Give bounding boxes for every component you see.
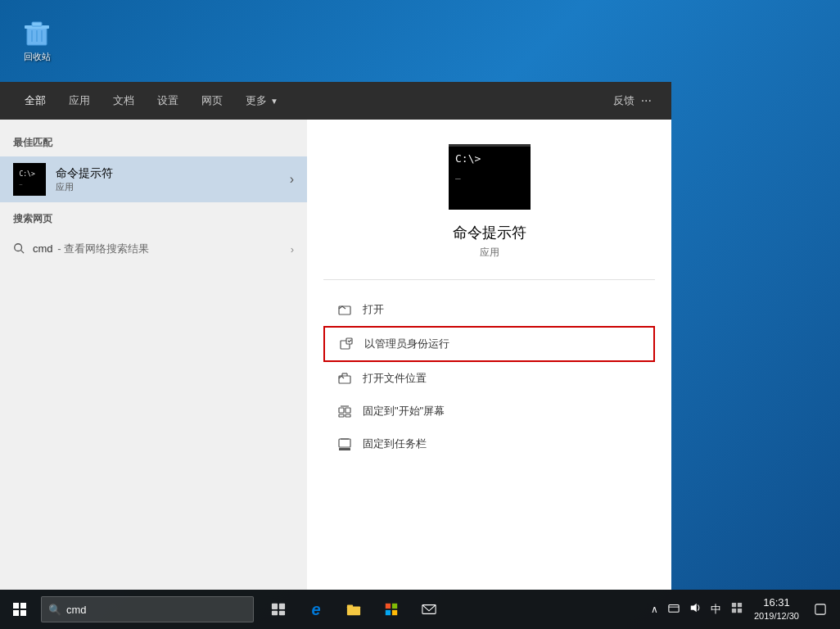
best-match-title: 最佳匹配: [0, 133, 307, 156]
filter-tab-docs[interactable]: 文档: [102, 82, 146, 120]
app-preview-name: 命令提示符: [453, 223, 526, 242]
action-pin-start[interactable]: 固定到"开始"屏幕: [323, 395, 655, 428]
best-match-name: 命令提示符: [56, 166, 290, 181]
svg-rect-44: [392, 604, 397, 609]
edge-tb-icon: e: [311, 600, 320, 619]
pin-taskbar-icon: [336, 436, 353, 452]
svg-rect-45: [386, 610, 391, 615]
tray-volume-icon[interactable]: [686, 600, 704, 618]
svg-rect-55: [815, 604, 825, 614]
svg-marker-50: [691, 604, 697, 613]
search-left-panel: 最佳匹配 C:\> _ 命令提示符 应用 ›: [0, 120, 307, 590]
svg-text:_: _: [19, 179, 22, 185]
tray-date: 2019/12/30: [754, 610, 799, 622]
taskbar-mail-button[interactable]: [411, 591, 447, 627]
taskbar-center-icons: e: [260, 591, 447, 627]
tray-notification-icon[interactable]: [807, 596, 833, 622]
recycle-bin-label: 回收站: [24, 52, 51, 62]
app-preview-icon: C:\> _: [449, 144, 531, 210]
recycle-bin-icon: [20, 16, 53, 48]
best-match-type: 应用: [56, 181, 290, 193]
preview-divider: [323, 279, 655, 280]
more-options-button[interactable]: ···: [635, 93, 658, 108]
search-filter-bar: 全部 应用 文档 设置 网页 更多 ▼ 反馈 ···: [0, 82, 671, 120]
svg-rect-52: [738, 603, 742, 607]
pin-start-icon: [336, 403, 353, 419]
svg-rect-30: [345, 408, 350, 413]
svg-rect-29: [339, 408, 344, 413]
svg-rect-39: [272, 611, 278, 615]
svg-rect-51: [732, 603, 736, 607]
best-match-info: 命令提示符 应用: [56, 166, 290, 193]
tray-ime-icon[interactable]: 中: [707, 600, 725, 618]
web-search-icon: [13, 242, 25, 256]
svg-rect-35: [339, 448, 350, 450]
search-content: 最佳匹配 C:\> _ 命令提示符 应用 ›: [0, 120, 671, 590]
desktop-icon-recycle-bin[interactable]: 回收站: [8, 12, 65, 66]
svg-text:C:\>: C:\>: [19, 170, 35, 178]
filter-tab-all[interactable]: 全部: [13, 82, 57, 120]
desktop: 回收站 e Microsoft Edge 此电 脑 S 秒关闭: [0, 0, 840, 629]
web-search-item[interactable]: cmd - 查看网络搜索结果 ›: [0, 233, 307, 265]
svg-point-17: [15, 243, 22, 251]
tray-network-icon[interactable]: [665, 600, 683, 618]
admin-icon: [338, 336, 355, 352]
web-search-title: 搜索网页: [0, 202, 307, 233]
svg-rect-46: [392, 610, 397, 615]
svg-rect-48: [669, 605, 679, 613]
svg-rect-32: [345, 414, 350, 417]
taskbar-search-icon: 🔍: [48, 604, 61, 616]
svg-rect-2: [32, 22, 42, 26]
action-run-as-admin[interactable]: 以管理员身份运行: [323, 326, 655, 362]
start-menu: 全部 应用 文档 设置 网页 更多 ▼ 反馈 ··· 最佳匹配: [0, 82, 671, 590]
tray-clock[interactable]: 16:31 2019/12/30: [749, 594, 804, 625]
filter-tab-web[interactable]: 网页: [190, 82, 234, 120]
taskbar: 🔍 cmd e: [0, 590, 840, 629]
web-search-text: cmd - 查看网络搜索结果: [33, 242, 149, 256]
start-button[interactable]: [0, 590, 39, 629]
svg-rect-38: [279, 604, 285, 609]
action-list: 打开 以管理员身份运行: [323, 293, 655, 460]
filter-tab-settings[interactable]: 设置: [146, 82, 190, 120]
tray-desktop-grid-icon[interactable]: [728, 600, 746, 618]
taskbar-search-text: cmd: [66, 604, 87, 616]
task-view-button[interactable]: [260, 591, 296, 627]
taskbar-store-button[interactable]: [373, 591, 409, 627]
best-match-item[interactable]: C:\> _ 命令提示符 应用 ›: [0, 156, 307, 202]
action-pin-taskbar[interactable]: 固定到任务栏: [323, 428, 655, 460]
svg-line-18: [21, 250, 25, 253]
taskbar-explorer-button[interactable]: [336, 591, 372, 627]
svg-rect-31: [339, 414, 344, 417]
best-match-arrow-icon: ›: [290, 172, 294, 187]
action-open[interactable]: 打开: [323, 293, 655, 326]
tray-show-hidden-icons[interactable]: ∧: [648, 602, 662, 617]
svg-rect-42: [347, 605, 353, 609]
web-search-arrow-icon: ›: [291, 243, 294, 256]
location-icon: [336, 370, 353, 387]
search-right-panel: C:\> _ 命令提示符 应用: [307, 120, 671, 590]
svg-rect-40: [279, 611, 285, 615]
taskbar-search-bar[interactable]: 🔍 cmd: [41, 596, 254, 622]
svg-rect-37: [272, 604, 278, 609]
system-tray: ∧ 中: [648, 594, 840, 625]
svg-rect-24: [346, 338, 352, 344]
taskbar-edge-button[interactable]: e: [298, 591, 334, 627]
app-preview-type: 应用: [480, 246, 499, 260]
svg-rect-43: [386, 604, 391, 609]
filter-tab-apps[interactable]: 应用: [57, 82, 102, 120]
svg-rect-34: [339, 439, 350, 447]
svg-rect-53: [732, 609, 736, 613]
svg-rect-54: [738, 609, 742, 613]
open-icon: [336, 301, 353, 318]
action-open-location[interactable]: 打开文件位置: [323, 362, 655, 395]
svg-text:C:\>: C:\>: [455, 152, 481, 165]
svg-text:_: _: [455, 169, 461, 179]
windows-logo-icon: [13, 603, 26, 616]
cmd-icon: C:\> _: [13, 163, 46, 196]
feedback-button[interactable]: 反馈: [613, 93, 635, 108]
filter-tab-more[interactable]: 更多 ▼: [234, 82, 290, 120]
tray-time: 16:31: [754, 595, 799, 610]
